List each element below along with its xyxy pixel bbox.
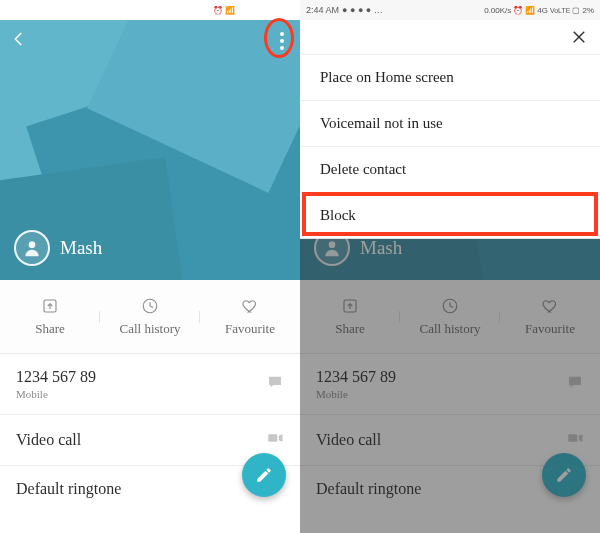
status-bar: 2:44 AM ● ● ● ● … 0.00K/s ⏰ 📶 4G VoLTE ▢… [300,0,600,20]
share-label: Share [35,321,65,337]
favourite-label: Favourite [525,321,575,337]
call-history-label: Call history [419,321,480,337]
alarm-icon: ⏰ [513,6,523,15]
share-button[interactable]: Share [300,297,400,337]
status-time: 2:44 AM [306,5,339,15]
battery-pct: 2% [582,6,594,15]
ringtone-label: Default ringtone [316,480,421,498]
action-tabs: Share Call history Favourite [300,280,600,354]
video-call-label: Video call [16,431,81,449]
volte-label: VoLTE [250,7,271,14]
dot-icons: ● ● ● ● … [42,5,83,15]
signal-icon: 4G [537,6,548,15]
message-icon[interactable] [566,373,584,395]
contact-hero: Mash [0,20,300,280]
video-call-label: Video call [316,431,381,449]
battery-pct: 2% [282,6,294,15]
close-menu-button[interactable] [300,20,600,54]
action-tabs: Share Call history Favourite [0,280,300,354]
contact-name: Mash [60,237,102,259]
favourite-label: Favourite [225,321,275,337]
call-history-label: Call history [119,321,180,337]
svg-rect-10 [568,434,577,442]
battery-icon: ▢ [572,6,580,15]
phone-screenshot-left: 2:44 AM ● ● ● ● … 0.00K/s ⏰ 📶 4G VoLTE ▢… [0,0,300,533]
favourite-button[interactable]: Favourite [200,297,300,337]
svg-point-6 [329,241,336,248]
share-button[interactable]: Share [0,297,100,337]
phone-number-row[interactable]: 1234 567 89 Mobile [0,354,300,415]
wifi-icon: 📶 [525,6,535,15]
call-history-button[interactable]: Call history [100,297,200,337]
svg-marker-11 [579,434,583,442]
contact-name: Mash [360,237,402,259]
more-options-button[interactable] [274,26,290,56]
options-menu: Place on Home screen Voicemail not in us… [300,20,600,239]
alarm-icon: ⏰ [213,6,223,15]
edit-contact-fab[interactable] [542,453,586,497]
message-icon[interactable] [266,373,284,395]
phone-number: 1234 567 89 [316,368,396,386]
menu-item-block[interactable]: Block [300,192,600,238]
favourite-button[interactable]: Favourite [500,297,600,337]
svg-marker-5 [279,434,283,442]
call-history-button[interactable]: Call history [400,297,500,337]
video-icon [566,429,584,451]
wifi-icon: 📶 [225,6,235,15]
share-label: Share [335,321,365,337]
phone-number-row[interactable]: 1234 567 89 Mobile [300,354,600,415]
svg-point-0 [29,241,36,248]
dot-icons: ● ● ● ● … [342,5,383,15]
phone-number: 1234 567 89 [16,368,96,386]
menu-item-home-screen[interactable]: Place on Home screen [300,54,600,100]
menu-item-voicemail[interactable]: Voicemail not in use [300,100,600,146]
phone-number-type: Mobile [316,388,396,400]
svg-rect-4 [268,434,277,442]
volte-label: VoLTE [550,7,571,14]
menu-item-delete[interactable]: Delete contact [300,146,600,192]
back-button[interactable] [10,30,28,52]
battery-icon: ▢ [272,6,280,15]
signal-icon: 4G [237,6,248,15]
net-speed: 0.00K/s [184,6,211,15]
phone-screenshot-right: 2:44 AM ● ● ● ● … 0.00K/s ⏰ 📶 4G VoLTE ▢… [300,0,600,533]
video-icon [266,429,284,451]
edit-contact-fab[interactable] [242,453,286,497]
status-time: 2:44 AM [6,5,39,15]
phone-number-type: Mobile [16,388,96,400]
net-speed: 0.00K/s [484,6,511,15]
avatar [14,230,50,266]
status-bar: 2:44 AM ● ● ● ● … 0.00K/s ⏰ 📶 4G VoLTE ▢… [0,0,300,20]
ringtone-label: Default ringtone [16,480,121,498]
